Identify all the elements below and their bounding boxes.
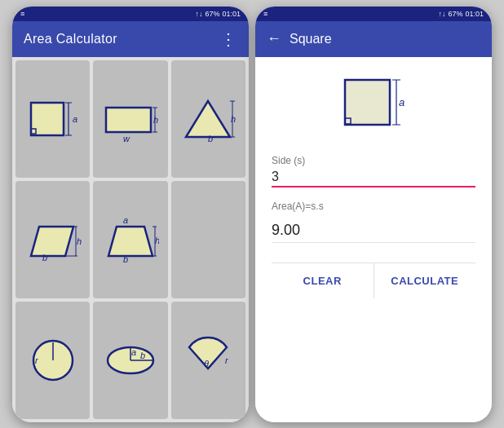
sector-icon: θ r	[179, 336, 237, 385]
shape-ellipse[interactable]: b a	[93, 302, 167, 419]
rectangle-icon: w h	[102, 95, 159, 143]
status-icons-1: ↑↓ 67% 01:01	[195, 10, 241, 18]
shape-trapezoid[interactable]: a b h	[93, 181, 167, 298]
app-header: Area Calculator ⋮	[12, 21, 249, 57]
calc-form: Side (s) Area(A)=s.s 9.00 CLEAR CALCULAT…	[255, 155, 492, 315]
svg-marker-18	[31, 227, 73, 256]
svg-text:h: h	[77, 236, 82, 246]
battery-2: 67%	[448, 10, 462, 18]
svg-text:a: a	[123, 215, 128, 225]
svg-text:b: b	[123, 254, 128, 264]
shape-square[interactable]: a	[15, 60, 90, 178]
status-bar-1: ≡ ↑↓ 67% 01:01	[12, 7, 249, 21]
svg-text:h: h	[153, 115, 158, 125]
trapezoid-icon: a b h	[102, 215, 159, 264]
shape-circle[interactable]: r	[15, 302, 90, 419]
circle-icon: r	[24, 336, 82, 385]
svg-rect-41	[345, 80, 390, 125]
side-input[interactable]	[272, 168, 475, 188]
button-row: CLEAR CALCULATE	[272, 263, 475, 298]
svg-text:a: a	[73, 114, 77, 124]
time-1: 01:01	[222, 10, 241, 18]
svg-text:a: a	[131, 347, 136, 357]
calc-header: ← Square	[255, 21, 492, 57]
svg-text:a: a	[399, 96, 405, 108]
svg-text:b: b	[42, 253, 47, 263]
svg-text:θ: θ	[204, 359, 209, 368]
phone-area-calculator: ≡ ↑↓ 67% 01:01 Area Calculator ⋮ a	[12, 7, 249, 422]
formula-label: Area(A)=s.s	[272, 201, 475, 212]
svg-text:b: b	[140, 351, 145, 360]
app-title: Area Calculator	[24, 32, 117, 46]
result-value: 9.00	[272, 218, 475, 243]
svg-text:r: r	[225, 355, 229, 365]
battery-1: 67%	[205, 10, 219, 18]
shape-parallelogram[interactable]: b h	[15, 181, 90, 298]
status-left-1: ≡	[20, 10, 24, 18]
signal-icon-2: ↑↓	[438, 10, 445, 18]
svg-marker-24	[108, 227, 153, 256]
phone-square-calculator: ≡ ↑↓ 67% 01:01 ← Square a Side (s)	[255, 7, 492, 422]
signal-icon-1: ↑↓	[195, 10, 202, 18]
calc-title: Square	[290, 32, 332, 46]
svg-rect-6	[106, 108, 151, 132]
triangle-icon: b h	[179, 95, 237, 143]
svg-text:b: b	[208, 134, 213, 143]
status-bar-2: ≡ ↑↓ 67% 01:01	[255, 7, 492, 21]
shape-triangle[interactable]: b h	[171, 60, 245, 178]
back-button[interactable]: ←	[267, 30, 281, 47]
side-field-group: Side (s)	[272, 155, 475, 188]
calculate-button[interactable]: CALCULATE	[374, 263, 476, 298]
time-2: 01:01	[465, 10, 484, 18]
parallelogram-icon: b h	[24, 215, 82, 264]
menu-icon[interactable]: ⋮	[220, 29, 237, 49]
clear-button[interactable]: CLEAR	[272, 263, 374, 298]
shape-preview: a	[255, 57, 492, 155]
shape-empty	[171, 181, 245, 298]
square-icon: a	[24, 95, 82, 143]
shape-grid: a w h b h	[12, 57, 249, 422]
svg-marker-12	[186, 101, 230, 137]
side-label: Side (s)	[272, 155, 475, 166]
status-icons-2: ↑↓ 67% 01:01	[438, 10, 484, 18]
ellipse-icon: b a	[102, 336, 159, 385]
svg-text:h: h	[231, 114, 236, 124]
shape-sector[interactable]: θ r	[171, 302, 245, 419]
square-preview-icon: a	[337, 73, 410, 139]
svg-text:w: w	[123, 134, 130, 143]
calc-body: a Side (s) Area(A)=s.s 9.00 CLEAR CALCUL…	[255, 57, 492, 422]
svg-text:h: h	[155, 236, 159, 245]
status-left-2: ≡	[263, 10, 267, 18]
shape-rectangle[interactable]: w h	[93, 60, 167, 178]
